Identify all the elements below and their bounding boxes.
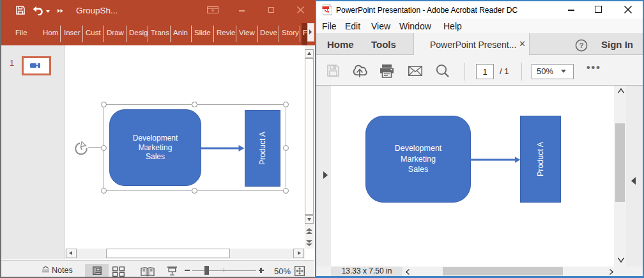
- svg-text:?: ?: [579, 42, 584, 49]
